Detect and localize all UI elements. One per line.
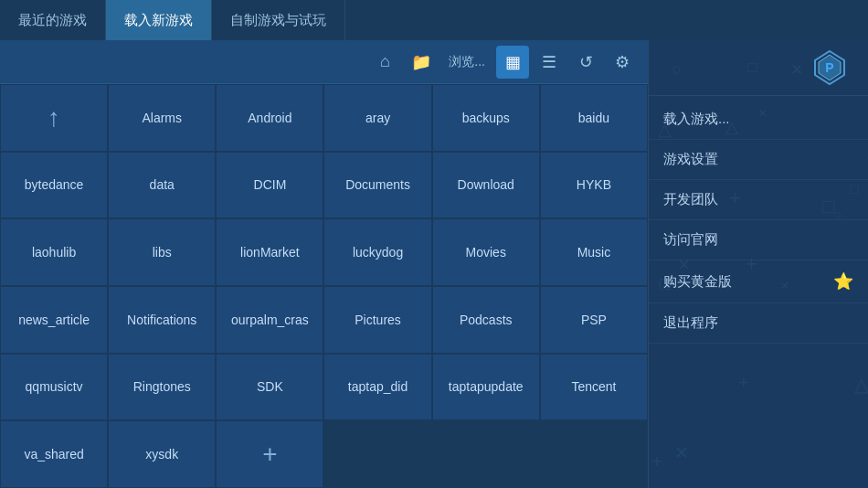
file-item-aray[interactable]: aray (323, 84, 431, 152)
add-button[interactable]: + (216, 420, 323, 488)
file-item-hykb[interactable]: HYKB (540, 152, 648, 219)
file-item-dcim[interactable]: DCIM (216, 152, 323, 219)
nav-tab-homebrew[interactable]: 自制游戏与试玩 (212, 0, 345, 40)
file-item-libs[interactable]: libs (108, 218, 216, 286)
file-item-taptapupdate[interactable]: taptapupdate (432, 354, 540, 421)
grid-view-button[interactable]: ▦ (496, 46, 529, 79)
file-item-podcasts[interactable]: Podcasts (432, 286, 540, 354)
file-item-data[interactable]: data (108, 152, 216, 219)
file-item-taptap-did[interactable]: taptap_did (323, 354, 431, 421)
file-item-va-shared[interactable]: va_shared (0, 420, 108, 488)
file-item-android[interactable]: Android (216, 84, 323, 152)
file-item-ourpalm-cras[interactable]: ourpalm_cras (216, 286, 323, 354)
ppsspp-header: P (649, 40, 868, 96)
nav-tab-recent[interactable]: 最近的游戏 (0, 0, 106, 40)
sidebar-item-exit[interactable]: 退出程序 (649, 303, 868, 344)
svg-text:P: P (825, 60, 833, 75)
folder-icon[interactable]: 📁 (405, 46, 438, 79)
sidebar-item-badge: ⭐ (833, 271, 853, 292)
file-item-bytedance[interactable]: bytedance (0, 152, 108, 219)
file-panel: ⌂ 📁 浏览... ▦ ☰ ↺ ⚙ ↑AlarmsAndroidarayback… (0, 40, 649, 488)
sidebar-item-label: 开发团队 (663, 191, 718, 208)
file-item-news-article[interactable]: news_article (0, 286, 108, 354)
path-bar: ⌂ 📁 浏览... ▦ ☰ ↺ ⚙ (0, 40, 648, 84)
ppsspp-logo-icon: P (810, 48, 850, 88)
sidebar-item-game-settings[interactable]: 游戏设置 (649, 140, 868, 180)
file-item-movies[interactable]: Movies (432, 218, 540, 286)
nav-tab-load[interactable]: 载入新游戏 (106, 0, 212, 40)
refresh-button[interactable]: ↺ (569, 46, 602, 79)
sidebar-item-label: 游戏设置 (663, 151, 718, 168)
file-item-baidu[interactable]: baidu (540, 84, 648, 152)
file-item-luckydog[interactable]: luckydog (323, 218, 431, 286)
right-sidebar: P 载入游戏...游戏设置开发团队访问官网购买黄金版⭐退出程序 △○✕□△+△□… (649, 40, 868, 488)
sidebar-item-dev-team[interactable]: 开发团队 (649, 180, 868, 220)
file-item-ringtones[interactable]: Ringtones (108, 354, 216, 421)
file-item-qqmusictv[interactable]: qqmusictv (0, 354, 108, 421)
sidebar-item-buy-gold[interactable]: 购买黄金版⭐ (649, 260, 868, 303)
sidebar-item-label: 退出程序 (663, 314, 718, 332)
file-item-tencent[interactable]: Tencent (540, 354, 648, 421)
sidebar-item-label: 载入游戏... (663, 111, 730, 128)
up-directory-button[interactable]: ↑ (0, 84, 108, 152)
file-item-sdk[interactable]: SDK (216, 354, 323, 421)
file-item-laohulib[interactable]: laohulib (0, 218, 108, 286)
home-icon[interactable]: ⌂ (368, 46, 401, 79)
list-view-button[interactable]: ☰ (533, 46, 566, 79)
sidebar-item-official-site[interactable]: 访问官网 (649, 220, 868, 260)
settings-button[interactable]: ⚙ (606, 46, 639, 79)
main-area: ⌂ 📁 浏览... ▦ ☰ ↺ ⚙ ↑AlarmsAndroidarayback… (0, 40, 868, 488)
file-item-xysdk[interactable]: xysdk (108, 420, 216, 488)
file-item-lionmarket[interactable]: lionMarket (216, 218, 323, 286)
file-item-documents[interactable]: Documents (323, 152, 431, 219)
file-item-pictures[interactable]: Pictures (323, 286, 431, 354)
file-item-download[interactable]: Download (432, 152, 540, 219)
sidebar-menu: 载入游戏...游戏设置开发团队访问官网购买黄金版⭐退出程序 (649, 96, 868, 488)
sidebar-item-label: 访问官网 (663, 231, 718, 249)
toolbar-icons: ⌂ 📁 浏览... ▦ ☰ ↺ ⚙ (368, 46, 639, 79)
file-item-music[interactable]: Music (540, 218, 648, 286)
file-item-psp[interactable]: PSP (540, 286, 648, 354)
top-nav: 最近的游戏载入新游戏自制游戏与试玩 (0, 0, 868, 40)
file-item-backups[interactable]: backups (432, 84, 540, 152)
file-grid: ↑AlarmsAndroidaraybackupsbaidubytedanced… (0, 84, 648, 488)
sidebar-item-label: 购买黄金版 (663, 273, 732, 291)
browse-button[interactable]: 浏览... (441, 46, 492, 79)
file-item-notifications[interactable]: Notifications (108, 286, 216, 354)
file-item-alarms[interactable]: Alarms (108, 84, 216, 152)
sidebar-item-load-game[interactable]: 载入游戏... (649, 100, 868, 140)
